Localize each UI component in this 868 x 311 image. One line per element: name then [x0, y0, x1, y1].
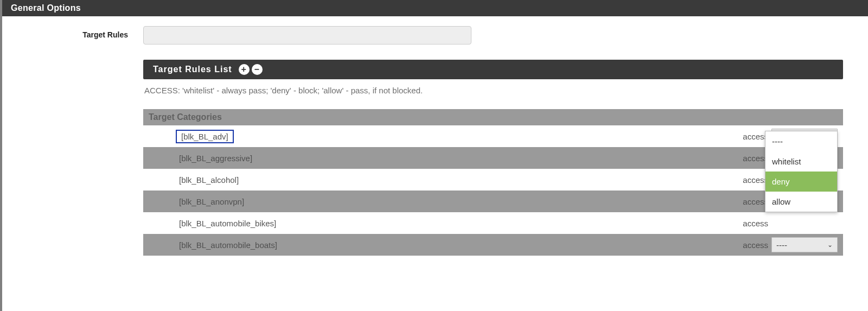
- table-row: [blk_BL_adv] access deny ⌄: [143, 125, 843, 147]
- categories-table: Target Categories [blk_BL_adv] access de…: [143, 109, 843, 256]
- category-name-cell: [blk_BL_aggressive]: [149, 153, 743, 163]
- target-rules-input[interactable]: [143, 26, 471, 45]
- table-row: [blk_BL_automobile_boats] access ---- ⌄: [143, 234, 843, 256]
- target-rules-row: Target Rules: [18, 26, 852, 45]
- table-row: [blk_BL_aggressive] access: [143, 147, 843, 169]
- table-row: [blk_BL_automobile_bikes] access: [143, 212, 843, 234]
- category-name-cell: [blk_BL_anonvpn]: [149, 196, 743, 207]
- access-dropdown[interactable]: ---- whitelist deny allow: [765, 131, 838, 212]
- add-rule-button[interactable]: +: [239, 64, 250, 75]
- category-name-cell: [blk_BL_adv]: [149, 130, 743, 143]
- minus-icon: −: [254, 65, 259, 74]
- table-row: [blk_BL_anonvpn] access: [143, 191, 843, 212]
- dropdown-option-none[interactable]: ----: [765, 131, 837, 151]
- dropdown-option-deny[interactable]: deny: [765, 172, 837, 192]
- access-select-covered: [771, 215, 838, 231]
- category-name[interactable]: [blk_BL_automobile_boats]: [176, 240, 280, 250]
- section-title: General Options: [11, 3, 81, 12]
- target-rules-control: [143, 26, 843, 45]
- category-name[interactable]: [blk_BL_anonvpn]: [176, 196, 247, 207]
- dropdown-option-allow[interactable]: allow: [765, 192, 837, 212]
- access-hint: ACCESS: 'whitelist' - always pass; 'deny…: [143, 79, 843, 109]
- category-name[interactable]: [blk_BL_aggressive]: [176, 153, 256, 163]
- dropdown-option-whitelist[interactable]: whitelist: [765, 151, 837, 172]
- access-select-value: ----: [776, 240, 787, 250]
- target-rules-label: Target Rules: [18, 26, 143, 39]
- plus-icon: +: [241, 65, 246, 74]
- rules-list-row: Target Rules List + − ACCESS: 'whitelist…: [18, 60, 852, 256]
- access-label: access: [743, 240, 771, 250]
- form-area: Target Rules Target Rules List + − ACCES…: [2, 16, 868, 256]
- access-label: access: [743, 219, 771, 228]
- category-name[interactable]: [blk_BL_alcohol]: [176, 175, 242, 185]
- category-name[interactable]: [blk_BL_adv]: [176, 130, 234, 143]
- rules-list-block: Target Rules List + − ACCESS: 'whitelist…: [143, 60, 843, 256]
- rules-list-title: Target Rules List: [153, 65, 232, 74]
- chevron-down-icon: ⌄: [827, 241, 833, 249]
- section-header: General Options: [2, 0, 868, 16]
- category-name-cell: [blk_BL_automobile_bikes]: [149, 218, 743, 229]
- access-select[interactable]: ---- ⌄: [771, 237, 838, 252]
- rules-list-spacer: [18, 60, 143, 64]
- category-name-cell: [blk_BL_alcohol]: [149, 175, 743, 185]
- rules-list-header: Target Rules List + −: [143, 60, 843, 79]
- table-row: [blk_BL_alcohol] access: [143, 169, 843, 191]
- category-name[interactable]: [blk_BL_automobile_bikes]: [176, 218, 279, 229]
- category-name-cell: [blk_BL_automobile_boats]: [149, 240, 743, 250]
- remove-rule-button[interactable]: −: [252, 64, 263, 75]
- categories-header: Target Categories: [143, 109, 843, 125]
